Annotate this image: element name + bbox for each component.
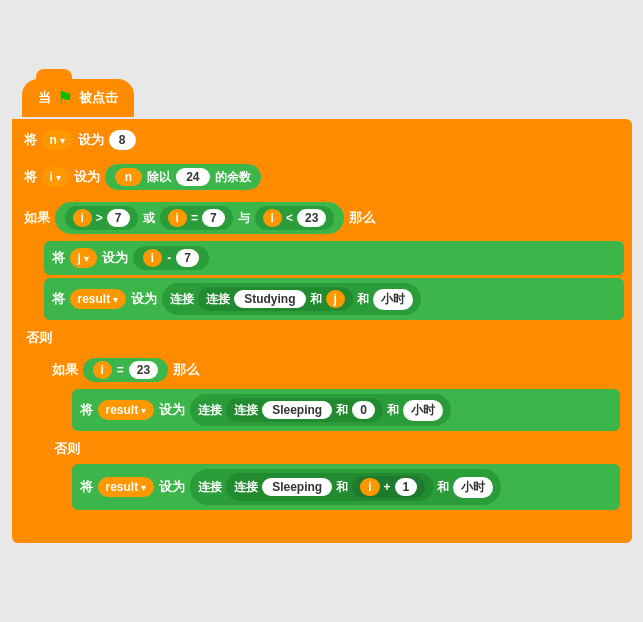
else-label-1: 否则 [16,325,628,351]
set-n-block[interactable]: 将 n ▾ 设为 8 [16,123,628,157]
var-j-dropdown[interactable]: j ▾ [70,248,97,268]
set-i-block[interactable]: 将 i ▾ 设为 n 除以 24 的余数 [16,159,628,195]
nested-if-label: 如果 [52,361,78,379]
main-block-container: 将 n ▾ 设为 8 将 i ▾ 设为 n 除以 [12,119,632,543]
set-result-sleeping0-block[interactable]: 将 result ▾ 设为 连接 连接 [72,389,620,431]
plus-block[interactable]: i + 1 [352,476,425,498]
mod-block[interactable]: n 除以 24 的余数 [105,164,261,190]
value-24: 24 [176,168,209,186]
click-label: 被点击 [79,89,118,107]
set-result-studying-block[interactable]: 将 result ▾ 设为 连接 连接 Studying [44,278,624,320]
set-label-2: 将 [24,168,37,186]
if-header[interactable]: 如果 i > 7 或 [16,197,628,239]
value-8: 8 [109,130,136,150]
set-label-j: 将 [52,249,65,267]
join2c-block[interactable]: 连接 Sleeping 和 i [226,473,433,501]
join1-block[interactable]: 连接 连接 Studying 和 j 和 [162,283,421,315]
var-result-dropdown[interactable]: result ▾ [70,289,127,309]
join2-block[interactable]: 连接 Studying 和 j [198,287,353,311]
var-result-drop3[interactable]: result ▾ [98,477,155,497]
else-body: 如果 i = 23 那么 [16,351,628,529]
set-j-block[interactable]: 将 j ▾ 设为 i - 7 [44,241,624,275]
else-label-2: 否则 [44,436,624,462]
when-label: 当 [38,89,51,107]
set-result-sleeping-i1-block[interactable]: 将 result ▾ 设为 连接 连接 [72,464,620,510]
minus-block[interactable]: i - 7 [133,246,209,270]
nested-condition[interactable]: i = 23 [83,358,169,382]
assign-label-r1: 设为 [131,290,157,308]
var-n-dropdown[interactable]: n ▾ [42,130,73,150]
join1b-block[interactable]: 连接 连接 Sleeping 和 0 [190,394,451,426]
var-i-dropdown[interactable]: i ▾ [42,167,69,187]
sub-cond-3[interactable]: i < 23 [255,206,335,230]
nested-else-body: 将 result ▾ 设为 连接 连接 [44,462,624,517]
join1c-block[interactable]: 连接 连接 Sleeping 和 [190,469,501,505]
flag-icon: ⚑ [57,87,73,109]
var-n-pill: n [115,168,142,186]
scratch-program: 当 ⚑ 被点击 将 n ▾ 设为 8 将 i ▾ 设为 [12,79,632,543]
then-label: 那么 [349,209,375,227]
nested-if-block: 如果 i = 23 那么 [44,353,624,525]
nested-if-header[interactable]: 如果 i = 23 那么 [44,353,624,387]
if-block-outer: 如果 i > 7 或 [16,197,628,537]
sub-cond-1[interactable]: i > 7 [65,206,138,230]
if-body: 将 j ▾ 设为 i - 7 [16,239,628,325]
condition-block[interactable]: i > 7 或 i = 7 [55,202,345,234]
set-label-r1: 将 [52,290,65,308]
studying-value: Studying [244,292,295,306]
assign-label-2: 设为 [74,168,100,186]
set-label-1: 将 [24,131,37,149]
hat-block[interactable]: 当 ⚑ 被点击 [22,79,134,117]
assign-label-j: 设为 [102,249,128,267]
assign-label-1: 设为 [78,131,104,149]
sub-cond-2[interactable]: i = 7 [160,206,233,230]
nested-then-label: 那么 [173,361,199,379]
var-result-drop2[interactable]: result ▾ [98,400,155,420]
nested-if-body: 将 result ▾ 设为 连接 连接 [44,387,624,436]
join2b-block[interactable]: 连接 Sleeping 和 0 [226,398,383,422]
if-label: 如果 [24,209,50,227]
